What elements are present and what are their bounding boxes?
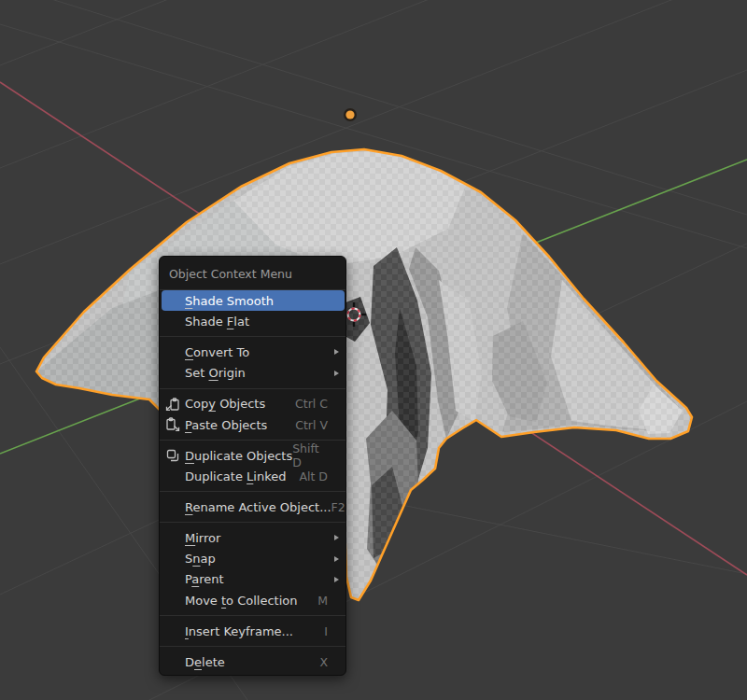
menu-separator <box>160 641 345 651</box>
menu-item-shade-flat[interactable]: Shade Flat <box>160 311 345 331</box>
copy-icon <box>165 397 180 412</box>
menu-item-shortcut: Ctrl V <box>295 418 345 432</box>
submenu-arrow-icon <box>334 577 339 582</box>
menu-item-label: Rename Active Object... <box>185 500 331 514</box>
submenu-arrow-icon <box>334 349 339 355</box>
menu-item-duplicate-linked[interactable]: Duplicate LinkedAlt D <box>160 466 345 486</box>
submenu-arrow-icon <box>334 371 339 376</box>
menu-item-shortcut: M <box>317 594 345 608</box>
submenu-arrow-icon <box>334 556 339 562</box>
menu-item-label: Set Origin <box>185 366 246 380</box>
menu-item-label: Duplicate Objects <box>185 449 292 463</box>
menu-item-label: Paste Objects <box>185 418 267 432</box>
menu-item-label: Shade Flat <box>185 315 249 329</box>
menu-item-move-to-collection[interactable]: Move to CollectionM <box>160 590 345 610</box>
menu-item-mirror[interactable]: Mirror <box>160 527 345 548</box>
menu-item-snap[interactable]: Snap <box>160 548 345 568</box>
object-context-menu: Object Context Menu Shade SmoothShade Fl… <box>159 256 346 676</box>
menu-item-label: Move to Collection <box>185 594 298 608</box>
menu-separator <box>160 487 345 497</box>
viewport-3d[interactable] <box>0 0 747 700</box>
menu-separator <box>160 611 345 622</box>
menu-item-shortcut: Ctrl C <box>295 397 345 411</box>
menu-item-shortcut: F2 <box>331 500 363 514</box>
menu-item-label: Insert Keyframe... <box>185 624 293 638</box>
paste-icon <box>165 417 180 432</box>
menu-item-shortcut: X <box>319 655 345 669</box>
menu-item-label: Delete <box>185 655 225 669</box>
menu-item-label: Mirror <box>185 531 220 545</box>
menu-item-set-origin[interactable]: Set Origin <box>160 363 345 384</box>
menu-item-insert-keyframe[interactable]: Insert Keyframe...I <box>160 621 345 641</box>
menu-item-parent[interactable]: Parent <box>160 569 345 590</box>
menu-item-label: Convert To <box>185 345 249 359</box>
menu-separator <box>160 332 345 343</box>
menu-item-label: Shade Smooth <box>185 294 274 308</box>
menu-separator <box>160 384 345 394</box>
menu-item-label: Snap <box>185 552 216 566</box>
menu-item-paste-objects[interactable]: Paste ObjectsCtrl V <box>160 414 345 435</box>
menu-item-shortcut: I <box>324 624 345 638</box>
menu-item-label: Parent <box>185 572 224 586</box>
submenu-arrow-icon <box>334 535 339 540</box>
duplicate-icon <box>165 448 180 463</box>
menu-item-copy-objects[interactable]: Copy ObjectsCtrl C <box>160 394 345 414</box>
menu-item-shortcut: Alt D <box>299 469 345 483</box>
menu-separator <box>160 518 345 528</box>
menu-item-shade-smooth[interactable]: Shade Smooth <box>162 290 345 311</box>
menu-item-convert-to[interactable]: Convert To <box>160 342 345 362</box>
menu-item-label: Duplicate Linked <box>185 469 287 483</box>
menu-item-delete[interactable]: DeleteX <box>160 651 345 672</box>
menu-item-label: Copy Objects <box>185 397 265 411</box>
context-menu-title: Object Context Menu <box>160 259 345 290</box>
menu-item-rename-active-object[interactable]: Rename Active Object...F2 <box>160 497 345 517</box>
light-origin-dot[interactable] <box>344 108 357 121</box>
menu-item-duplicate-objects[interactable]: Duplicate ObjectsShift D <box>160 445 345 466</box>
